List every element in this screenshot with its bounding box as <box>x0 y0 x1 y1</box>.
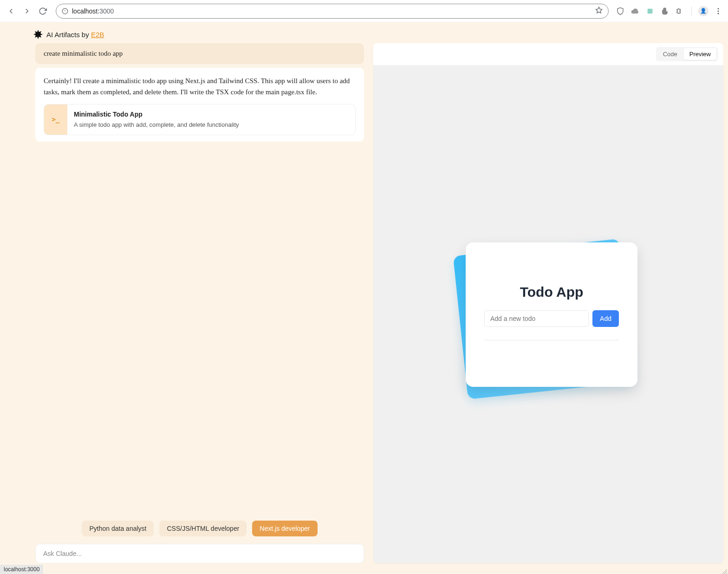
todo-divider <box>484 340 619 340</box>
app-header: AI Artifacts by E2B <box>0 22 728 43</box>
status-bar: localhost:3000 <box>0 565 43 574</box>
preview-tab-group: Code Preview <box>656 47 718 61</box>
tab-preview[interactable]: Preview <box>684 48 716 60</box>
browser-toolbar: localhost:3000 👤 <box>0 0 728 22</box>
svg-marker-8 <box>33 30 43 39</box>
todo-card-stack: Todo App Add <box>460 242 637 387</box>
main-columns: create minimalistic todo app Certainly! … <box>0 43 728 568</box>
back-button[interactable] <box>5 5 18 18</box>
artifact-description: A simple todo app with add, complete, an… <box>74 120 239 130</box>
svg-rect-4 <box>648 8 653 13</box>
tab-code[interactable]: Code <box>657 48 683 60</box>
svg-point-7 <box>718 13 719 14</box>
browser-menu-icon[interactable] <box>713 6 723 16</box>
artifact-card[interactable]: >_ Minimalistic Todo App A simple todo a… <box>44 104 356 135</box>
todo-app-title: Todo App <box>484 284 619 300</box>
assistant-message: Certainly! I'll create a minimalistic to… <box>35 68 364 142</box>
spacer <box>35 142 364 518</box>
svg-point-6 <box>718 10 719 12</box>
app-title: AI Artifacts by E2B <box>46 31 104 39</box>
resize-handle-icon[interactable] <box>722 567 727 573</box>
box-extension-icon[interactable] <box>645 6 655 16</box>
persona-python[interactable]: Python data analyst <box>82 521 154 536</box>
address-bar-wrap: localhost:3000 <box>56 4 609 19</box>
user-message: create minimalistic todo app <box>35 43 364 64</box>
artifact-body: Minimalistic Todo App A simple todo app … <box>67 104 246 135</box>
preview-header: Code Preview <box>373 43 723 65</box>
forward-button[interactable] <box>20 5 33 18</box>
terminal-icon: >_ <box>44 104 67 135</box>
site-info-icon[interactable] <box>62 8 68 14</box>
cloud-extension-icon[interactable] <box>630 6 640 16</box>
toolbar-divider <box>691 7 692 16</box>
persona-css-js-html[interactable]: CSS/JS/HTML developer <box>159 521 247 536</box>
chat-column: create minimalistic todo app Certainly! … <box>11 43 364 563</box>
persona-row: Python data analyst CSS/JS/HTML develope… <box>35 518 364 544</box>
shield-extension-icon[interactable] <box>615 6 625 16</box>
svg-marker-3 <box>596 7 602 13</box>
preview-area: Todo App Add <box>373 65 723 563</box>
svg-point-5 <box>718 8 719 9</box>
prompt-input[interactable]: Ask Claude... <box>35 544 364 563</box>
extension-icons: 👤 <box>615 6 723 16</box>
hand-extension-icon[interactable] <box>660 6 670 16</box>
address-text: localhost:3000 <box>72 7 114 15</box>
persona-nextjs[interactable]: Next.js developer <box>252 521 317 536</box>
profile-avatar[interactable]: 👤 <box>698 6 708 16</box>
todo-add-button[interactable]: Add <box>592 310 619 327</box>
e2b-link[interactable]: E2B <box>91 31 104 39</box>
address-bar[interactable]: localhost:3000 <box>56 4 609 19</box>
logo-icon <box>32 29 44 40</box>
reload-button[interactable] <box>36 5 49 18</box>
app-body: AI Artifacts by E2B create minimalistic … <box>0 22 728 574</box>
puzzle-extension-icon[interactable] <box>675 6 685 16</box>
todo-input-row: Add <box>484 310 619 327</box>
artifact-title: Minimalistic Todo App <box>74 109 239 119</box>
todo-input[interactable] <box>484 310 589 327</box>
preview-panel: Code Preview Todo App Add <box>373 43 723 563</box>
todo-main-card: Todo App Add <box>466 242 637 387</box>
bookmark-star-icon[interactable] <box>595 7 603 16</box>
